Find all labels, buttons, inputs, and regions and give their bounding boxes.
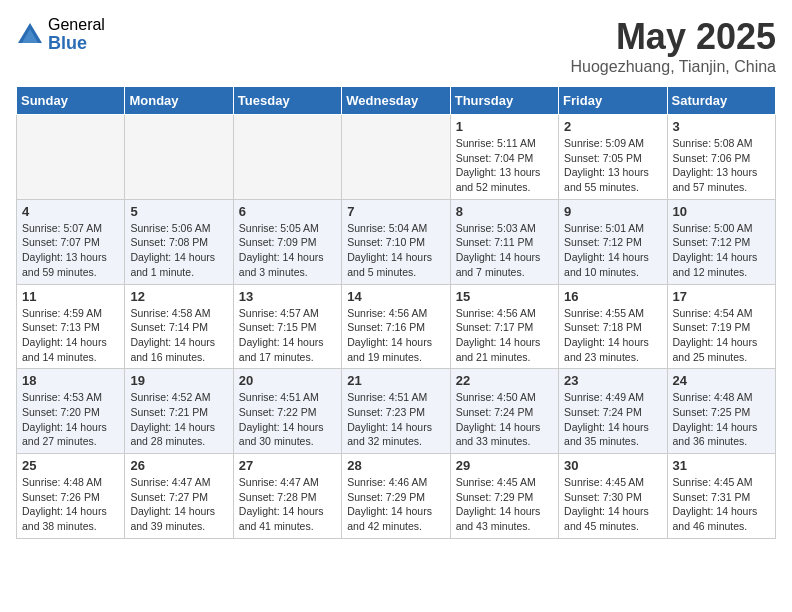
day-info: Sunrise: 5:00 AM Sunset: 7:12 PM Dayligh…	[673, 221, 770, 280]
day-number: 3	[673, 119, 770, 134]
day-info: Sunrise: 4:46 AM Sunset: 7:29 PM Dayligh…	[347, 475, 444, 534]
day-number: 24	[673, 373, 770, 388]
calendar-cell: 30Sunrise: 4:45 AM Sunset: 7:30 PM Dayli…	[559, 454, 667, 539]
day-number: 27	[239, 458, 336, 473]
calendar-cell: 12Sunrise: 4:58 AM Sunset: 7:14 PM Dayli…	[125, 284, 233, 369]
logo-general: General	[48, 16, 105, 34]
calendar-cell: 8Sunrise: 5:03 AM Sunset: 7:11 PM Daylig…	[450, 199, 558, 284]
day-number: 18	[22, 373, 119, 388]
day-info: Sunrise: 4:51 AM Sunset: 7:23 PM Dayligh…	[347, 390, 444, 449]
calendar-cell	[125, 115, 233, 200]
day-info: Sunrise: 4:47 AM Sunset: 7:27 PM Dayligh…	[130, 475, 227, 534]
day-number: 4	[22, 204, 119, 219]
calendar-header: SundayMondayTuesdayWednesdayThursdayFrid…	[17, 87, 776, 115]
calendar-cell: 22Sunrise: 4:50 AM Sunset: 7:24 PM Dayli…	[450, 369, 558, 454]
weekday-header-tuesday: Tuesday	[233, 87, 341, 115]
day-info: Sunrise: 4:58 AM Sunset: 7:14 PM Dayligh…	[130, 306, 227, 365]
weekday-header-sunday: Sunday	[17, 87, 125, 115]
calendar-cell: 7Sunrise: 5:04 AM Sunset: 7:10 PM Daylig…	[342, 199, 450, 284]
day-info: Sunrise: 4:45 AM Sunset: 7:30 PM Dayligh…	[564, 475, 661, 534]
calendar-week-1: 1Sunrise: 5:11 AM Sunset: 7:04 PM Daylig…	[17, 115, 776, 200]
weekday-row: SundayMondayTuesdayWednesdayThursdayFrid…	[17, 87, 776, 115]
month-year: May 2025	[571, 16, 776, 58]
day-info: Sunrise: 5:07 AM Sunset: 7:07 PM Dayligh…	[22, 221, 119, 280]
day-info: Sunrise: 5:08 AM Sunset: 7:06 PM Dayligh…	[673, 136, 770, 195]
calendar-cell: 13Sunrise: 4:57 AM Sunset: 7:15 PM Dayli…	[233, 284, 341, 369]
calendar-cell: 25Sunrise: 4:48 AM Sunset: 7:26 PM Dayli…	[17, 454, 125, 539]
day-info: Sunrise: 4:53 AM Sunset: 7:20 PM Dayligh…	[22, 390, 119, 449]
weekday-header-thursday: Thursday	[450, 87, 558, 115]
day-info: Sunrise: 5:04 AM Sunset: 7:10 PM Dayligh…	[347, 221, 444, 280]
logo: General Blue	[16, 16, 105, 53]
calendar-cell: 20Sunrise: 4:51 AM Sunset: 7:22 PM Dayli…	[233, 369, 341, 454]
day-number: 7	[347, 204, 444, 219]
calendar-cell: 23Sunrise: 4:49 AM Sunset: 7:24 PM Dayli…	[559, 369, 667, 454]
day-number: 2	[564, 119, 661, 134]
day-info: Sunrise: 5:01 AM Sunset: 7:12 PM Dayligh…	[564, 221, 661, 280]
calendar-cell: 16Sunrise: 4:55 AM Sunset: 7:18 PM Dayli…	[559, 284, 667, 369]
calendar-cell: 9Sunrise: 5:01 AM Sunset: 7:12 PM Daylig…	[559, 199, 667, 284]
day-info: Sunrise: 4:57 AM Sunset: 7:15 PM Dayligh…	[239, 306, 336, 365]
calendar-cell: 2Sunrise: 5:09 AM Sunset: 7:05 PM Daylig…	[559, 115, 667, 200]
day-number: 16	[564, 289, 661, 304]
day-info: Sunrise: 4:56 AM Sunset: 7:17 PM Dayligh…	[456, 306, 553, 365]
day-info: Sunrise: 4:51 AM Sunset: 7:22 PM Dayligh…	[239, 390, 336, 449]
day-number: 13	[239, 289, 336, 304]
day-info: Sunrise: 4:56 AM Sunset: 7:16 PM Dayligh…	[347, 306, 444, 365]
day-info: Sunrise: 4:47 AM Sunset: 7:28 PM Dayligh…	[239, 475, 336, 534]
location: Huogezhuang, Tianjin, China	[571, 58, 776, 76]
day-info: Sunrise: 4:48 AM Sunset: 7:25 PM Dayligh…	[673, 390, 770, 449]
calendar-week-3: 11Sunrise: 4:59 AM Sunset: 7:13 PM Dayli…	[17, 284, 776, 369]
day-number: 19	[130, 373, 227, 388]
weekday-header-saturday: Saturday	[667, 87, 775, 115]
day-info: Sunrise: 5:06 AM Sunset: 7:08 PM Dayligh…	[130, 221, 227, 280]
calendar-week-2: 4Sunrise: 5:07 AM Sunset: 7:07 PM Daylig…	[17, 199, 776, 284]
day-number: 6	[239, 204, 336, 219]
day-info: Sunrise: 4:48 AM Sunset: 7:26 PM Dayligh…	[22, 475, 119, 534]
day-number: 31	[673, 458, 770, 473]
weekday-header-monday: Monday	[125, 87, 233, 115]
calendar-cell: 6Sunrise: 5:05 AM Sunset: 7:09 PM Daylig…	[233, 199, 341, 284]
day-number: 14	[347, 289, 444, 304]
weekday-header-friday: Friday	[559, 87, 667, 115]
day-number: 5	[130, 204, 227, 219]
day-info: Sunrise: 4:50 AM Sunset: 7:24 PM Dayligh…	[456, 390, 553, 449]
day-number: 20	[239, 373, 336, 388]
day-number: 1	[456, 119, 553, 134]
day-number: 9	[564, 204, 661, 219]
calendar-week-4: 18Sunrise: 4:53 AM Sunset: 7:20 PM Dayli…	[17, 369, 776, 454]
day-info: Sunrise: 4:59 AM Sunset: 7:13 PM Dayligh…	[22, 306, 119, 365]
day-number: 15	[456, 289, 553, 304]
calendar-cell: 5Sunrise: 5:06 AM Sunset: 7:08 PM Daylig…	[125, 199, 233, 284]
day-number: 8	[456, 204, 553, 219]
day-number: 12	[130, 289, 227, 304]
calendar-cell: 26Sunrise: 4:47 AM Sunset: 7:27 PM Dayli…	[125, 454, 233, 539]
logo-blue: Blue	[48, 34, 105, 54]
day-info: Sunrise: 5:05 AM Sunset: 7:09 PM Dayligh…	[239, 221, 336, 280]
day-info: Sunrise: 4:45 AM Sunset: 7:29 PM Dayligh…	[456, 475, 553, 534]
calendar-cell: 17Sunrise: 4:54 AM Sunset: 7:19 PM Dayli…	[667, 284, 775, 369]
day-info: Sunrise: 5:03 AM Sunset: 7:11 PM Dayligh…	[456, 221, 553, 280]
day-number: 11	[22, 289, 119, 304]
day-info: Sunrise: 4:55 AM Sunset: 7:18 PM Dayligh…	[564, 306, 661, 365]
day-number: 25	[22, 458, 119, 473]
calendar-cell: 24Sunrise: 4:48 AM Sunset: 7:25 PM Dayli…	[667, 369, 775, 454]
calendar-cell: 14Sunrise: 4:56 AM Sunset: 7:16 PM Dayli…	[342, 284, 450, 369]
calendar-cell: 19Sunrise: 4:52 AM Sunset: 7:21 PM Dayli…	[125, 369, 233, 454]
calendar-cell: 11Sunrise: 4:59 AM Sunset: 7:13 PM Dayli…	[17, 284, 125, 369]
day-number: 29	[456, 458, 553, 473]
day-number: 17	[673, 289, 770, 304]
calendar-cell: 21Sunrise: 4:51 AM Sunset: 7:23 PM Dayli…	[342, 369, 450, 454]
calendar-table: SundayMondayTuesdayWednesdayThursdayFrid…	[16, 86, 776, 539]
day-number: 22	[456, 373, 553, 388]
calendar-cell: 1Sunrise: 5:11 AM Sunset: 7:04 PM Daylig…	[450, 115, 558, 200]
day-info: Sunrise: 4:45 AM Sunset: 7:31 PM Dayligh…	[673, 475, 770, 534]
calendar-cell: 3Sunrise: 5:08 AM Sunset: 7:06 PM Daylig…	[667, 115, 775, 200]
day-number: 10	[673, 204, 770, 219]
day-number: 28	[347, 458, 444, 473]
day-info: Sunrise: 4:52 AM Sunset: 7:21 PM Dayligh…	[130, 390, 227, 449]
calendar-cell	[342, 115, 450, 200]
weekday-header-wednesday: Wednesday	[342, 87, 450, 115]
calendar-cell: 18Sunrise: 4:53 AM Sunset: 7:20 PM Dayli…	[17, 369, 125, 454]
page-header: General Blue May 2025 Huogezhuang, Tianj…	[16, 16, 776, 76]
